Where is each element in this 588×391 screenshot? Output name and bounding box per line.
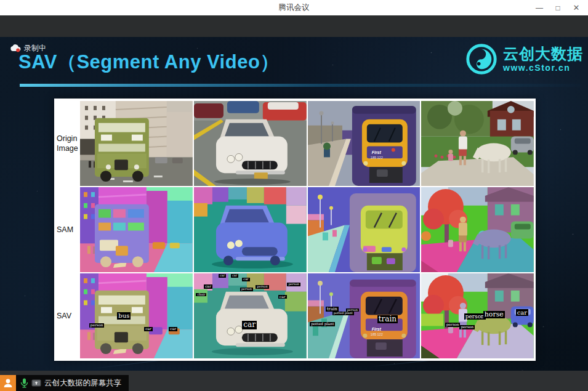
shared-screen-content: 录制中 SAV（Segment Any Video） 云创大数据 www.cSt… — [0, 37, 588, 371]
window-title: 腾讯会议 — [279, 2, 310, 13]
segmentation-label: car — [144, 327, 153, 331]
segmentation-label: person — [256, 285, 268, 289]
segmentation-label: potted plant — [332, 312, 354, 315]
close-button[interactable]: ✕ — [567, 0, 586, 15]
starfield-decoration — [0, 37, 1, 38]
person-icon — [2, 377, 14, 389]
microphone-icon[interactable] — [20, 378, 28, 388]
origin-car-image — [194, 101, 307, 186]
row-label-sam: SAM — [56, 187, 79, 272]
sam-train-image — [308, 187, 421, 272]
sav-train-image: First 185 122 trainpersonpotted plantpot… — [308, 273, 421, 358]
share-status-pill[interactable]: 云创大数据的屏幕共享 — [16, 375, 129, 391]
origin-bus-image — [80, 101, 193, 186]
train-number-text: 185 122 — [371, 156, 383, 160]
sav-bus-image: personbuscarcar — [80, 273, 193, 358]
segmentation-label: person — [240, 288, 253, 291]
screen-share-icon — [31, 379, 41, 387]
tencent-meeting-window: 腾讯会议 — □ ✕ 录制中 SAV（Segment Any Video） — [0, 0, 588, 391]
segmentation-label: person — [445, 323, 461, 327]
train-brand-text: First — [372, 327, 381, 331]
segmentation-label: car — [516, 309, 528, 316]
segmentation-label: person — [459, 325, 475, 329]
title-underline — [20, 84, 581, 87]
row-label-sav: SAV — [56, 273, 79, 358]
segmentation-label: car — [242, 278, 249, 281]
segmentation-label: person — [464, 313, 486, 320]
segmentation-label: car — [278, 295, 287, 299]
segmentation-label: chair — [196, 293, 206, 297]
sam-car-image — [194, 187, 307, 272]
segmentation-label: train — [377, 315, 398, 324]
share-label: 云创大数据的屏幕共享 — [44, 378, 121, 389]
cstor-swirl-icon — [465, 43, 497, 75]
segmentation-label: car — [231, 274, 238, 278]
train-brand-text: First — [372, 150, 381, 155]
sav-car-image: carcarcarcarchairpersonpersonpersoncarca… — [194, 273, 307, 358]
maximize-button[interactable]: □ — [549, 0, 567, 15]
comparison-panel: Origin Image — [54, 99, 536, 361]
segmentation-label: car — [169, 327, 177, 331]
row-label-origin: Origin Image — [56, 101, 79, 186]
window-titlebar: 腾讯会议 — □ ✕ — [0, 0, 588, 15]
minimize-button[interactable]: — — [530, 0, 549, 15]
train-number-text: 185 122 — [371, 333, 383, 337]
slide-title: SAV（Segment Any Video） — [18, 49, 280, 75]
origin-train-image: First 185 122 — [308, 101, 421, 186]
segmentation-label: car — [204, 284, 212, 289]
sam-bus-image — [80, 187, 193, 272]
segmentation-label: car — [242, 321, 257, 329]
segmentation-label: horse — [483, 311, 505, 319]
segmentation-label: car — [219, 274, 226, 278]
meeting-toolbar — [0, 15, 588, 37]
segmentation-label: bus — [117, 312, 131, 320]
origin-horse-image — [421, 101, 534, 186]
sam-horse-image — [421, 187, 534, 272]
bottom-share-bar: 云创大数据的屏幕共享 — [0, 371, 588, 391]
segmentation-label: person — [89, 323, 105, 328]
logo-name: 云创大数据 — [503, 46, 583, 62]
sav-horse-image: personhorsecarpersonperson — [421, 273, 534, 358]
logo-url: www.cStor.cn — [503, 63, 583, 72]
cstor-logo: 云创大数据 www.cStor.cn — [465, 43, 583, 75]
segmentation-label: person — [287, 283, 300, 286]
segmentation-label: potted plant — [310, 322, 335, 326]
avatar-button[interactable] — [0, 375, 16, 391]
